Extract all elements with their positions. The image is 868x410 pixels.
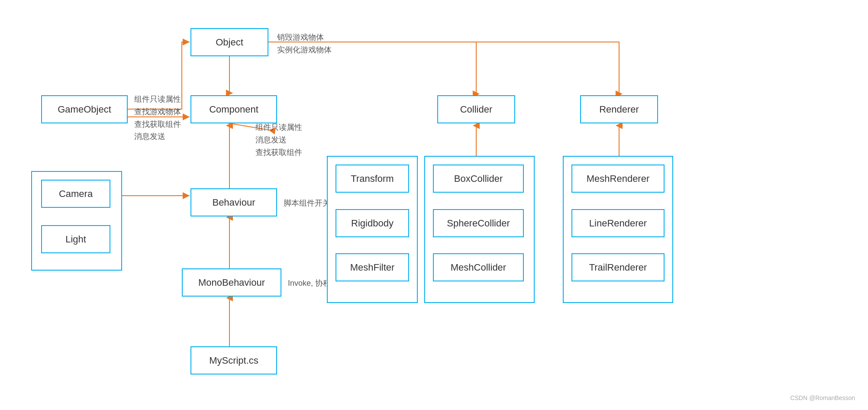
meshrenderer-box: MeshRenderer: [571, 165, 665, 193]
light-box: Light: [41, 225, 110, 253]
gameobject-label: GameObject: [58, 104, 111, 115]
object-notes: 销毁游戏物体 实例化游戏物体: [277, 31, 332, 56]
component-label: Component: [209, 104, 258, 115]
collider-box: Collider: [437, 95, 515, 123]
object-box: Object: [190, 28, 268, 56]
renderer-box: Renderer: [580, 95, 658, 123]
rigidbody-box: Rigidbody: [336, 209, 409, 237]
spherecollider-box: SphereCollider: [433, 209, 524, 237]
meshfilter-label: MeshFilter: [350, 262, 395, 273]
meshfilter-box: MeshFilter: [336, 253, 409, 281]
monobehaviour-notes: Invoke, 协程: [288, 277, 331, 290]
linerenderer-box: LineRenderer: [571, 209, 665, 237]
camera-box: Camera: [41, 180, 110, 208]
collider-label: Collider: [460, 104, 493, 115]
meshrenderer-label: MeshRenderer: [587, 173, 650, 184]
trailrenderer-box: TrailRenderer: [571, 253, 665, 281]
component-notes: 组件只读属性 消息发送 查找获取组件: [255, 121, 302, 158]
monobehaviour-box: MonoBehaviour: [182, 268, 281, 297]
gameobject-box: GameObject: [41, 95, 128, 123]
component-box: Component: [190, 95, 277, 123]
object-label: Object: [216, 37, 243, 48]
watermark: CSDN @RomanBesson: [790, 394, 855, 401]
behaviour-notes: 脚本组件开关: [284, 197, 330, 210]
transform-box: Transform: [336, 165, 409, 193]
behaviour-box: Behaviour: [190, 188, 277, 216]
myscript-box: MyScript.cs: [190, 346, 277, 374]
boxcollider-label: BoxCollider: [454, 173, 503, 184]
linerenderer-label: LineRenderer: [589, 218, 647, 229]
rigidbody-label: Rigidbody: [351, 218, 394, 229]
boxcollider-box: BoxCollider: [433, 165, 524, 193]
spherecollider-label: SphereCollider: [447, 218, 510, 229]
camera-label: Camera: [59, 188, 93, 200]
behaviour-label: Behaviour: [212, 197, 255, 208]
meshcollider-box: MeshCollider: [433, 253, 524, 281]
diagram-container: Object 销毁游戏物体 实例化游戏物体 GameObject 组件只读属性 …: [0, 0, 868, 410]
transform-label: Transform: [351, 173, 394, 184]
monobehaviour-label: MonoBehaviour: [198, 277, 265, 288]
renderer-label: Renderer: [599, 104, 639, 115]
trailrenderer-label: TrailRenderer: [589, 262, 647, 273]
meshcollider-label: MeshCollider: [451, 262, 506, 273]
myscript-label: MyScript.cs: [209, 355, 258, 366]
gameobject-notes: 组件只读属性 查找游戏物体 查找获取组件 消息发送: [134, 93, 181, 143]
light-label: Light: [65, 234, 86, 245]
